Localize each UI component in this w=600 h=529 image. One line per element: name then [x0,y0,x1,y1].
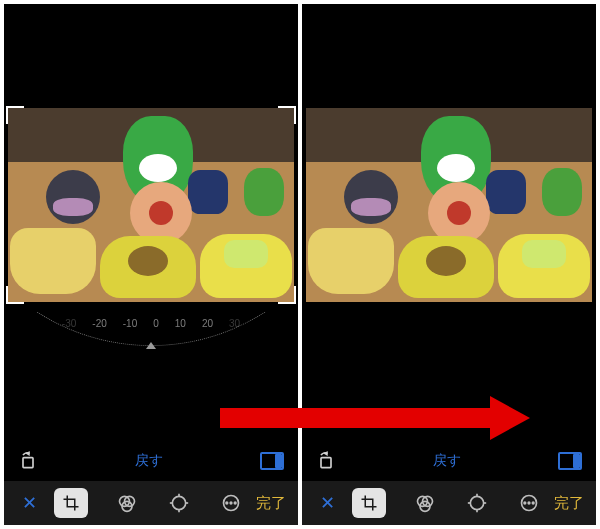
svg-point-11 [230,502,232,504]
svg-point-17 [470,496,483,509]
svg-point-24 [528,502,530,504]
photo-preview [306,108,592,302]
svg-point-23 [524,502,526,504]
more-tab[interactable] [516,490,542,516]
comparison-canvas: -30 -20 -10 0 10 20 30 戻す ✕ [0,0,600,529]
status-bar [302,4,596,18]
crop-option-bar: 戻す [302,442,596,480]
crop-canvas[interactable] [4,104,298,306]
svg-rect-13 [321,458,331,468]
editor-screen-after: -30 -20 -10 0 10 20 30 戻す ✕ [302,4,596,525]
bottom-toolbar: ✕ [302,481,596,525]
aspect-ratio-icon[interactable] [260,452,284,470]
bottom-toolbar: ✕ [4,481,298,525]
svg-point-12 [234,502,236,504]
filters-tab[interactable] [114,490,140,516]
cancel-button[interactable]: ✕ [16,490,42,516]
crop-canvas[interactable] [302,104,596,306]
crop-option-bar: 戻す [4,442,298,480]
filters-tab[interactable] [412,490,438,516]
more-tab[interactable] [218,490,244,516]
rotate-icon[interactable] [18,451,38,471]
reset-button[interactable]: 戻す [135,452,163,470]
photo-preview [8,108,294,302]
done-button[interactable]: 完了 [256,494,286,513]
svg-point-10 [226,502,228,504]
status-bar [4,4,298,18]
svg-point-4 [172,496,185,509]
dial-pointer-icon [146,342,156,349]
editor-screen-before: -30 -20 -10 0 10 20 30 戻す ✕ [4,4,298,525]
dial-scale: -30 -20 -10 0 10 20 30 [4,318,298,329]
adjust-tab[interactable] [166,490,192,516]
done-button[interactable]: 完了 [554,494,584,513]
aspect-ratio-icon[interactable] [558,452,582,470]
rotate-icon[interactable] [316,451,336,471]
reset-button[interactable]: 戻す [433,452,461,470]
crop-tab[interactable] [54,488,88,518]
crop-tab[interactable] [352,488,386,518]
svg-point-25 [532,502,534,504]
svg-rect-0 [23,458,33,468]
cancel-button[interactable]: ✕ [314,490,340,516]
straighten-dial[interactable]: -30 -20 -10 0 10 20 30 [4,312,298,358]
adjust-tab[interactable] [464,490,490,516]
